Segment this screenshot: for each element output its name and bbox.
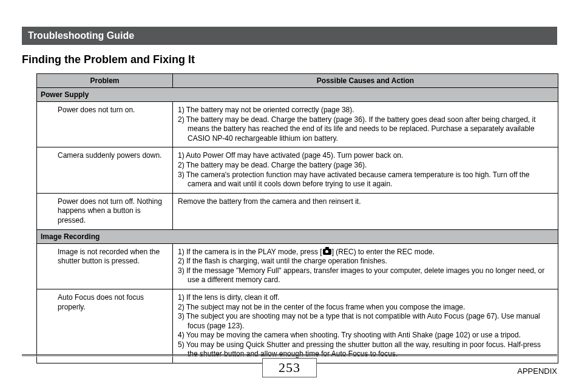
indent-cell: [37, 193, 53, 229]
col-header-action: Possible Causes and Action: [173, 74, 558, 88]
action-item: 3) The subject you are shooting may not …: [178, 312, 553, 331]
section-title-bar: Troubleshooting Guide: [22, 27, 557, 45]
action-item-text-post: ] (REC) to enter the REC mode.: [332, 248, 435, 256]
table-row: Power does not turn on.1) The battery ma…: [37, 102, 558, 147]
col-header-problem: Problem: [37, 74, 173, 88]
problem-cell: Image is not recorded when the shutter b…: [53, 243, 173, 289]
table-row: Image is not recorded when the shutter b…: [37, 243, 558, 289]
problem-cell: Power does not turn off. Nothing happens…: [53, 193, 173, 229]
action-item: 3) The camera's protection function may …: [178, 171, 553, 189]
troubleshooting-table: Problem Possible Causes and Action Power…: [36, 73, 558, 363]
problem-cell: Power does not turn on.: [53, 102, 173, 147]
table-row: Power does not turn off. Nothing happens…: [37, 193, 558, 229]
table-row: Auto Focus does not focus properly.1) If…: [37, 289, 558, 363]
table-body: Power SupplyPower does not turn on.1) Th…: [37, 88, 558, 363]
action-item: 1) Auto Power Off may have activated (pa…: [178, 151, 553, 161]
category-label: Image Recording: [37, 229, 558, 243]
category-row: Image Recording: [37, 229, 558, 243]
problem-cell: Auto Focus does not focus properly.: [53, 289, 173, 363]
category-row: Power Supply: [37, 88, 558, 102]
action-item: 3) If the message "Memory Full" appears,…: [178, 266, 553, 285]
problem-cell: Camera suddenly powers down.: [53, 147, 173, 193]
action-cell: 1) If the lens is dirty, clean it off.2)…: [173, 289, 558, 363]
manual-page: Troubleshooting Guide Finding the Proble…: [0, 0, 579, 392]
indent-cell: [37, 147, 53, 193]
camera-icon: [323, 249, 331, 255]
sub-heading: Finding the Problem and Fixing It: [22, 53, 557, 66]
action-item: 2) If the flash is charging, wait until …: [178, 257, 553, 266]
action-item: 1) If the lens is dirty, clean it off.: [178, 293, 553, 303]
action-cell: 1) The battery may not be oriented corre…: [173, 102, 558, 147]
action-item: 1) The battery may not be oriented corre…: [178, 106, 553, 115]
footer-rule: [22, 354, 557, 357]
section-title-text: Troubleshooting Guide: [28, 30, 134, 41]
action-item-text-pre: 1) If the camera is in the PLAY mode, pr…: [178, 248, 322, 256]
appendix-label: APPENDIX: [517, 367, 557, 376]
action-cell: Remove the battery from the camera and t…: [173, 193, 558, 229]
action-item: 2) The battery may be dead. Charge the b…: [178, 115, 553, 144]
action-cell: 1) If the camera is in the PLAY mode, pr…: [173, 243, 558, 289]
indent-cell: [37, 102, 53, 147]
page-footer: 253 APPENDIX: [22, 354, 557, 382]
action-cell: 1) Auto Power Off may have activated (pa…: [173, 147, 558, 193]
table-row: Camera suddenly powers down.1) Auto Powe…: [37, 147, 558, 193]
indent-cell: [37, 243, 53, 289]
action-item: Remove the battery from the camera and t…: [178, 197, 553, 207]
category-label: Power Supply: [37, 88, 558, 102]
page-number: 253: [262, 358, 317, 377]
action-item: 2) The battery may be dead. Charge the b…: [178, 161, 553, 171]
indent-cell: [37, 289, 53, 363]
action-item: 1) If the camera is in the PLAY mode, pr…: [178, 248, 553, 257]
action-item: 4) You may be moving the camera when sho…: [178, 331, 553, 340]
action-item: 2) The subject may not be in the center …: [178, 303, 553, 313]
